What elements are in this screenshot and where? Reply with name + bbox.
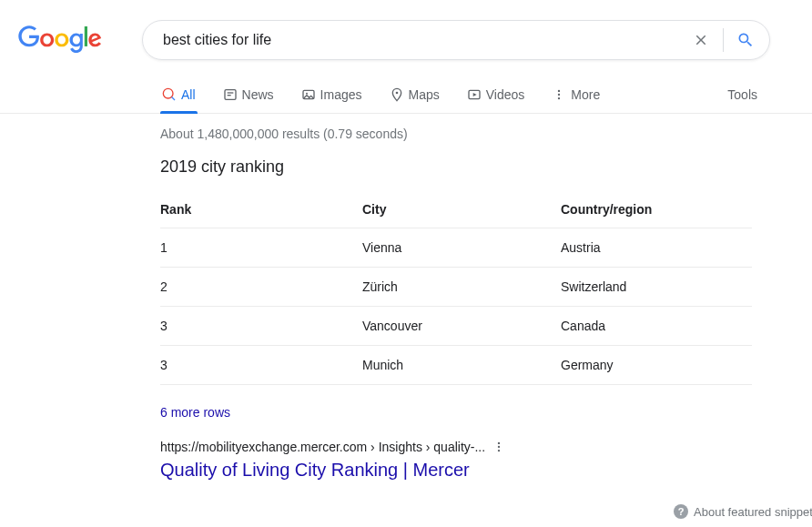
cell-rank: 3 [160,307,362,346]
more-rows-link[interactable]: 6 more rows [160,405,757,420]
tab-images-label: Images [320,87,362,102]
result-cite-text: https://mobilityexchange.mercer.com › In… [160,440,485,454]
tab-videos-label: Videos [486,87,525,102]
svg-point-4 [306,93,308,95]
about-featured-snippets-link[interactable]: ? About featured snippets [674,504,812,519]
featured-snippet-table: Rank City Country/region 1 Vienna Austri… [160,193,752,385]
col-country: Country/region [561,193,752,228]
col-rank: Rank [160,193,362,228]
cell-country: Austria [561,228,752,268]
svg-point-11 [498,446,500,448]
tab-news-label: News [242,87,274,102]
tab-news[interactable]: News [221,80,276,113]
cell-rank: 2 [160,268,362,307]
cell-country: Switzerland [561,268,752,307]
divider [723,28,724,52]
maps-icon [390,87,404,102]
tools-link[interactable]: Tools [727,80,757,113]
header: All News Images Maps Videos [0,0,812,114]
table-row: 3 Munich Germany [160,346,752,385]
cell-city: Vancouver [362,307,561,346]
search-mini-icon [162,87,177,102]
svg-point-8 [558,94,560,96]
featured-snippet-footer: ? About featured snippets • Feedback [160,504,812,524]
result-title-link[interactable]: Quality of Living City Ranking | Mercer [160,460,757,481]
result-stats: About 1,480,000,000 results (0.79 second… [160,127,757,141]
cell-city: Zürich [362,268,561,307]
tabs-row: All News Images Maps Videos [0,80,812,114]
videos-icon [467,87,482,102]
cell-rank: 1 [160,228,362,268]
cell-rank: 3 [160,346,362,385]
tab-more-label: More [571,87,600,102]
search-icon[interactable] [735,29,756,51]
result-menu-icon[interactable] [492,441,505,453]
tab-all-label: All [181,87,196,102]
more-dots-icon [552,87,566,102]
col-city: City [362,193,561,228]
cell-country: Canada [561,307,752,346]
table-row: 3 Vancouver Canada [160,307,752,346]
result-cite: https://mobilityexchange.mercer.com › In… [160,440,757,454]
svg-point-5 [395,92,398,95]
tab-maps-label: Maps [409,87,440,102]
results: About 1,480,000,000 results (0.79 second… [0,114,757,524]
images-icon [301,87,316,102]
clear-icon[interactable] [690,29,712,51]
google-logo[interactable] [18,25,102,54]
table-row: 1 Vienna Austria [160,228,752,268]
featured-snippet-heading: 2019 city ranking [160,157,757,177]
tab-all[interactable]: All [160,80,198,113]
cell-country: Germany [561,346,752,385]
search-bar [142,20,770,60]
svg-point-10 [498,442,500,444]
tab-videos[interactable]: Videos [465,80,527,113]
about-label: About featured snippets [694,505,812,519]
cell-city: Munich [362,346,561,385]
tab-maps[interactable]: Maps [388,80,442,113]
svg-point-12 [498,450,500,451]
news-icon [223,87,238,102]
cell-city: Vienna [362,228,561,268]
table-row: 2 Zürich Switzerland [160,268,752,307]
tab-more[interactable]: More [550,80,602,113]
search-input[interactable] [161,31,690,49]
help-icon: ? [674,504,688,519]
tab-images[interactable]: Images [299,80,364,113]
svg-point-9 [558,97,560,99]
svg-point-7 [558,90,560,92]
